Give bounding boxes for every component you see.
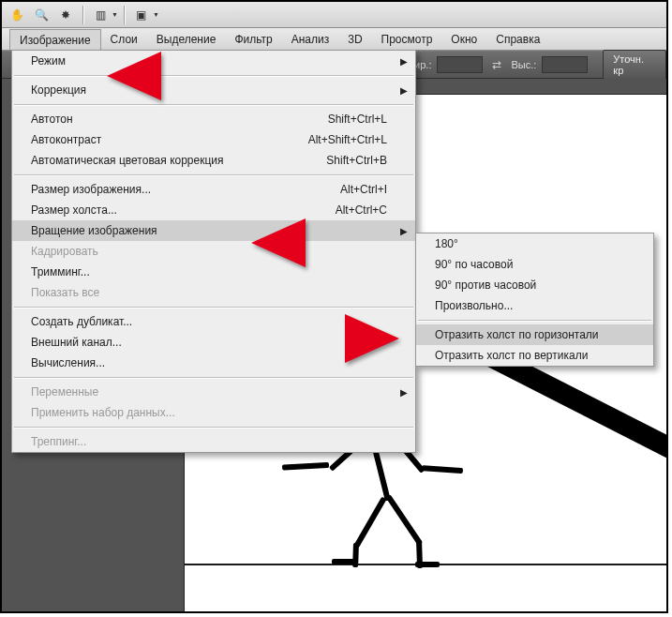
menu-item[interactable]: Автоматическая цветовая коррекцияShift+C… [12, 150, 415, 171]
height-label: Выс.: [511, 59, 536, 70]
submenu-arrow-icon: ▶ [400, 387, 408, 398]
menu-item-label: Вычисления... [31, 356, 105, 369]
menu-item[interactable]: АвтотонShift+Ctrl+L [12, 109, 415, 129]
menu-bar: ИзображениеСлоиВыделениеФильтрАнализ3DПр… [2, 28, 666, 51]
menu-Анализ[interactable]: Анализ [282, 28, 339, 50]
divider [124, 6, 125, 24]
menu-item-label: Коррекция [31, 83, 86, 97]
menu-item[interactable]: Размер изображения...Alt+Ctrl+I [12, 179, 415, 200]
menu-Фильтр[interactable]: Фильтр [225, 28, 281, 50]
zoom-icon[interactable]: 🔍 [30, 5, 52, 25]
menu-item[interactable]: 90° против часовой [416, 275, 653, 295]
menu-item-shortcut: Alt+Ctrl+C [336, 203, 396, 217]
screen-mode-icon[interactable]: ▣ [130, 5, 153, 25]
menu-item[interactable]: Отразить холст по горизонтали [416, 324, 653, 345]
menu-item[interactable]: Размер холста...Alt+Ctrl+C [12, 200, 415, 220]
menu-item[interactable]: Коррекция▶ [12, 80, 415, 100]
menu-Выделение[interactable]: Выделение [147, 28, 226, 50]
figure-foot [332, 559, 356, 564]
chevron-down-icon[interactable]: ▼ [153, 11, 159, 18]
menu-item: Применить набор данных... [12, 402, 415, 423]
figure-leg [386, 494, 424, 546]
menu-item[interactable]: Произвольно... [416, 295, 653, 316]
menu-separator [14, 427, 413, 428]
figure-arm [282, 462, 329, 471]
menu-item-label: Размер холста... [31, 203, 117, 217]
menu-item: Кадрировать [12, 241, 415, 262]
image-menu-dropdown: Режим▶Коррекция▶АвтотонShift+Ctrl+LАвток… [11, 50, 416, 453]
menu-item-shortcut: Alt+Shift+Ctrl+L [308, 133, 396, 146]
rotate-view-icon[interactable]: ✸ [54, 5, 77, 25]
annotation-arrow-icon [251, 218, 306, 267]
hand-icon[interactable]: ✋ [6, 5, 28, 25]
annotation-arrow-icon [345, 314, 399, 363]
menu-item-label: Автоматическая цветовая коррекция [31, 154, 224, 167]
height-field[interactable] [542, 56, 588, 73]
menu-item-label: Создать дубликат... [31, 315, 132, 328]
menu-item-shortcut: Alt+Ctrl+I [340, 183, 396, 196]
menu-Окно[interactable]: Окно [441, 28, 486, 50]
refine-edge-button[interactable]: Уточн. кр [603, 50, 666, 80]
width-field[interactable] [437, 56, 483, 73]
menu-item: Переменные▶ [12, 382, 415, 402]
annotation-arrow-icon [107, 52, 161, 100]
swap-icon[interactable]: ⇄ [488, 58, 505, 71]
menu-item-label: 180° [435, 237, 458, 250]
menu-item-label: Показать все [31, 286, 99, 299]
submenu-arrow-icon: ▶ [400, 226, 408, 236]
menu-separator [14, 104, 413, 105]
menu-separator [14, 377, 413, 378]
menu-item[interactable]: 90° по часовой [416, 254, 653, 275]
menu-Изображение[interactable]: Изображение [9, 29, 101, 50]
menu-separator [14, 75, 413, 76]
figure-foot [415, 562, 440, 567]
tool-toolbar: ✋ 🔍 ✸ ▥▼ ▣▼ [2, 2, 666, 28]
menu-item-shortcut: Shift+Ctrl+B [326, 154, 396, 167]
menu-item[interactable]: Режим▶ [12, 51, 415, 71]
menu-item-label: Применить набор данных... [31, 406, 175, 419]
menu-item-label: Вращение изображения [31, 224, 157, 237]
menu-item[interactable]: 180° [416, 233, 653, 254]
menu-separator [14, 307, 413, 308]
menu-item-label: Внешний канал... [31, 336, 122, 349]
menu-Слои[interactable]: Слои [101, 28, 147, 50]
figure-arm [422, 465, 463, 474]
layout-icon[interactable]: ▥ [89, 5, 112, 25]
rotate-submenu: 180°90° по часовой90° против часовойПрои… [415, 233, 654, 367]
app-frame: ✋ 🔍 ✸ ▥▼ ▣▼ ИзображениеСлоиВыделениеФиль… [0, 0, 668, 613]
menu-item-label: Отразить холст по вертикали [435, 349, 588, 362]
menu-item: Показать все [12, 282, 415, 303]
menu-item-label: Размер изображения... [31, 183, 151, 196]
menu-item-label: Тримминг... [31, 265, 90, 278]
menu-item-label: Произвольно... [435, 299, 513, 312]
menu-item-label: Переменные [31, 385, 98, 399]
menu-item-shortcut: Shift+Ctrl+L [328, 113, 396, 126]
menu-item-label: Автотон [31, 113, 73, 126]
menu-item-label: 90° по часовой [435, 258, 513, 271]
menu-item[interactable]: АвтоконтрастAlt+Shift+Ctrl+L [12, 129, 415, 150]
menu-item-label: Отразить холст по горизонтали [435, 328, 599, 341]
menu-3D[interactable]: 3D [338, 28, 371, 50]
divider [82, 6, 83, 24]
menu-separator [14, 174, 413, 175]
menu-item-label: 90° против часовой [435, 278, 536, 292]
menu-Просмотр[interactable]: Просмотр [372, 28, 442, 50]
menu-item[interactable]: Отразить холст по вертикали [416, 345, 653, 366]
menu-item-label: Треппинг... [31, 435, 86, 448]
menu-item-label: Режим [31, 54, 66, 68]
menu-item: Треппинг... [12, 431, 415, 452]
submenu-arrow-icon: ▶ [400, 85, 408, 96]
chevron-down-icon[interactable]: ▼ [112, 11, 118, 18]
menu-item[interactable]: Вращение изображения▶ [12, 220, 415, 241]
menu-item-label: Кадрировать [31, 245, 98, 258]
menu-item-label: Автоконтраст [31, 133, 101, 146]
figure-leg [353, 497, 386, 549]
menu-Справка[interactable]: Справка [486, 28, 549, 50]
submenu-arrow-icon: ▶ [400, 56, 408, 67]
menu-separator [418, 320, 651, 321]
menu-item[interactable]: Тримминг... [12, 262, 415, 282]
